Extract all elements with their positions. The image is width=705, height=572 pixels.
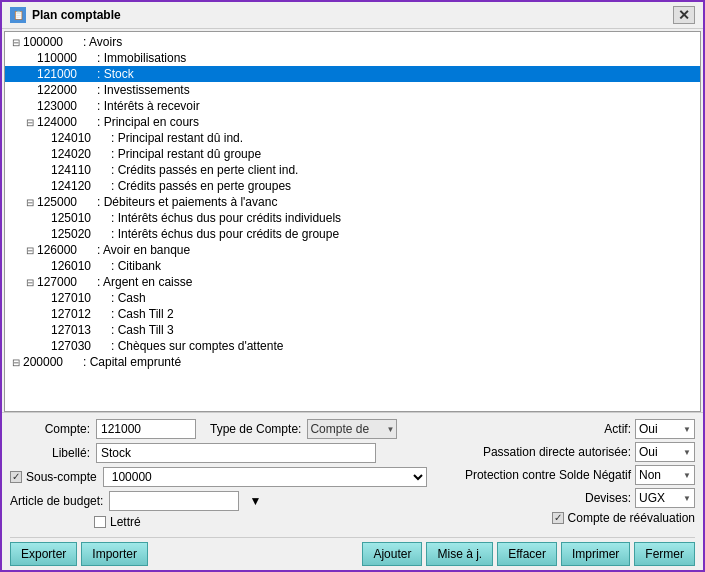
tree-code: 127030 [51,339,111,353]
tree-code: 123000 [37,99,97,113]
account-tree[interactable]: ⊟100000: Avoirs 110000: Immobilisations … [4,31,701,412]
passation-label: Passation directe autorisée: [471,445,631,459]
tree-item[interactable]: ⊟124000: Principal en cours [5,114,700,130]
tree-item[interactable]: ⊟126000: Avoir en banque [5,242,700,258]
tree-label: : Intérêts à recevoir [97,99,200,113]
reevaluation-checkbox-label[interactable]: Compte de réévaluation [552,511,695,525]
tree-item[interactable]: ⊟127000: Argent en caisse [5,274,700,290]
tree-label: : Principal en cours [97,115,199,129]
tree-item[interactable]: 125010: Intérêts échus dus pour crédits … [5,210,700,226]
actif-value: Oui [639,422,658,436]
tree-item[interactable]: 127012: Cash Till 2 [5,306,700,322]
tree-code: 124110 [51,163,111,177]
compte-input[interactable] [96,419,196,439]
tree-item[interactable]: ⊟200000: Capital emprunté [5,354,700,370]
tree-code: 110000 [37,51,97,65]
tree-label: : Immobilisations [97,51,186,65]
tree-label: : Avoir en banque [97,243,190,257]
tree-label: : Investissements [97,83,190,97]
tree-code: 124000 [37,115,97,129]
ajouter-button[interactable]: Ajouter [362,542,422,566]
tree-label: : Cash Till 2 [111,307,174,321]
sous-compte-label: Sous-compte [26,470,97,484]
tree-item[interactable]: 110000: Immobilisations [5,50,700,66]
fermer-button[interactable]: Fermer [634,542,695,566]
protection-dropdown[interactable]: Non ▼ [635,465,695,485]
tree-code: 127013 [51,323,111,337]
exporter-button[interactable]: Exporter [10,542,77,566]
tree-item[interactable]: 127010: Cash [5,290,700,306]
effacer-button[interactable]: Effacer [497,542,557,566]
devises-label: Devises: [471,491,631,505]
tree-expander[interactable]: ⊟ [23,197,37,208]
tree-expander[interactable]: ⊟ [9,37,23,48]
protection-label: Protection contre Solde Négatif [465,468,631,482]
right-form: Actif: Oui ▼ Passation directe autorisée… [435,419,695,533]
libelle-input[interactable] [96,443,376,463]
tree-label: : Crédits passés en perte groupes [111,179,291,193]
window-title: Plan comptable [32,8,121,22]
button-row: Exporter Importer Ajouter Mise à j. Effa… [10,537,695,566]
importer-button[interactable]: Importer [81,542,148,566]
tree-expander[interactable]: ⊟ [23,117,37,128]
devises-arrow: ▼ [683,494,691,503]
tree-item[interactable]: 123000: Intérêts à recevoir [5,98,700,114]
tree-code: 127012 [51,307,111,321]
actif-dropdown[interactable]: Oui ▼ [635,419,695,439]
tree-label: : Principal restant dû groupe [111,147,261,161]
tree-expander[interactable]: ⊟ [9,357,23,368]
sous-compte-checkbox-label[interactable]: Sous-compte [10,470,97,484]
tree-label: : Avoirs [83,35,122,49]
close-button[interactable]: ✕ [673,6,695,24]
tree-code: 124010 [51,131,111,145]
tree-item[interactable]: 127013: Cash Till 3 [5,322,700,338]
tree-item[interactable]: 125020: Intérêts échus dus pour crédits … [5,226,700,242]
type-label: Type de Compte: [210,422,301,436]
tree-code: 125010 [51,211,111,225]
passation-dropdown[interactable]: Oui ▼ [635,442,695,462]
tree-expander[interactable]: ⊟ [23,277,37,288]
tree-code: 124020 [51,147,111,161]
passation-arrow: ▼ [683,448,691,457]
lettre-checkbox[interactable] [94,516,106,528]
window-icon: 📋 [10,7,26,23]
imprimer-button[interactable]: Imprimer [561,542,630,566]
tree-label: : Citibank [111,259,161,273]
tree-item[interactable]: ⊟100000: Avoirs [5,34,700,50]
main-window: 📋 Plan comptable ✕ ⊟100000: Avoirs 11000… [0,0,705,572]
devises-dropdown[interactable]: UGX ▼ [635,488,695,508]
reevaluation-label: Compte de réévaluation [568,511,695,525]
tree-label: : Intérêts échus dus pour crédits indivi… [111,211,341,225]
reevaluation-checkbox[interactable] [552,512,564,524]
actif-label: Actif: [471,422,631,436]
tree-item[interactable]: 124110: Crédits passés en perte client i… [5,162,700,178]
lettre-label: Lettré [110,515,141,529]
tree-code: 124120 [51,179,111,193]
mise-a-jour-button[interactable]: Mise à j. [426,542,493,566]
tree-label: : Stock [97,67,134,81]
tree-label: : Chèques sur comptes d'attente [111,339,283,353]
budget-input[interactable] [109,491,239,511]
tree-item[interactable]: ⊟125000: Débiteurs et paiements à l'avan… [5,194,700,210]
sous-compte-checkbox[interactable] [10,471,22,483]
type-dropdown[interactable]: Compte de ▼ [307,419,397,439]
tree-expander[interactable]: ⊟ [23,245,37,256]
budget-label: Article de budget: [10,494,103,508]
sous-compte-select[interactable]: 100000 [103,467,427,487]
tree-label: : Intérêts échus dus pour crédits de gro… [111,227,339,241]
tree-item[interactable]: 122000: Investissements [5,82,700,98]
tree-item[interactable]: 124120: Crédits passés en perte groupes [5,178,700,194]
tree-code: 122000 [37,83,97,97]
lettre-checkbox-label[interactable]: Lettré [94,515,141,529]
tree-code: 127000 [37,275,97,289]
tree-item[interactable]: 126010: Citibank [5,258,700,274]
protection-arrow: ▼ [683,471,691,480]
tree-label: : Cash Till 3 [111,323,174,337]
tree-item[interactable]: 124010: Principal restant dû ind. [5,130,700,146]
tree-item[interactable]: 124020: Principal restant dû groupe [5,146,700,162]
tree-label: : Capital emprunté [83,355,181,369]
protection-value: Non [639,468,661,482]
tree-label: : Argent en caisse [97,275,192,289]
tree-item[interactable]: 121000: Stock [5,66,700,82]
tree-item[interactable]: 127030: Chèques sur comptes d'attente [5,338,700,354]
